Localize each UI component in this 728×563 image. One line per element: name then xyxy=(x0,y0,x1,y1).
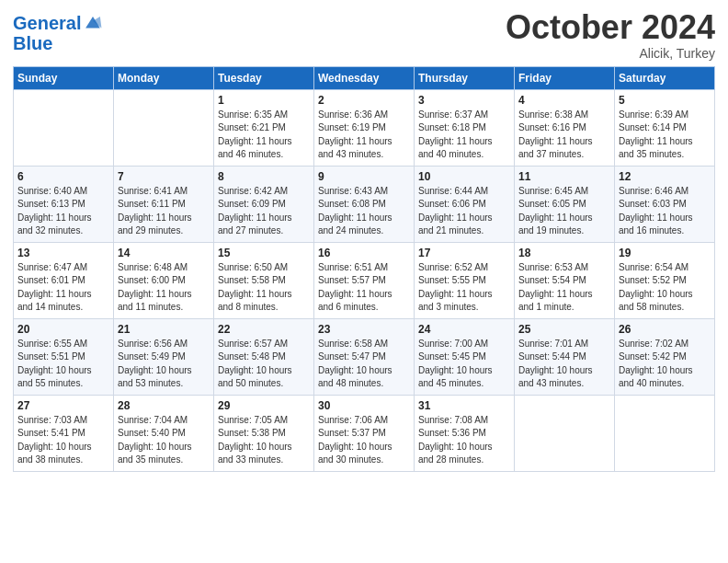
day-info: Sunrise: 6:53 AMSunset: 5:54 PMDaylight:… xyxy=(518,262,593,313)
calendar-cell: 14Sunrise: 6:48 AMSunset: 6:00 PMDayligh… xyxy=(114,242,214,318)
day-info: Sunrise: 6:58 AMSunset: 5:47 PMDaylight:… xyxy=(318,339,392,389)
day-info: Sunrise: 6:36 AMSunset: 6:19 PMDaylight:… xyxy=(318,109,392,160)
calendar-cell xyxy=(515,395,615,471)
day-number: 15 xyxy=(218,247,310,259)
day-number: 27 xyxy=(17,399,109,412)
col-thursday: Thursday xyxy=(415,66,515,89)
calendar-cell: 9Sunrise: 6:43 AMSunset: 6:08 PMDaylight… xyxy=(314,166,415,242)
calendar-cell: 30Sunrise: 7:06 AMSunset: 5:37 PMDayligh… xyxy=(314,395,415,471)
logo-icon xyxy=(83,15,103,31)
calendar-cell: 13Sunrise: 6:47 AMSunset: 6:01 PMDayligh… xyxy=(14,242,114,318)
day-number: 5 xyxy=(619,94,711,107)
day-info: Sunrise: 6:45 AMSunset: 6:05 PMDaylight:… xyxy=(518,186,593,236)
calendar-cell: 19Sunrise: 6:54 AMSunset: 5:52 PMDayligh… xyxy=(615,242,715,318)
day-info: Sunrise: 6:39 AMSunset: 6:14 PMDaylight:… xyxy=(619,109,693,160)
day-info: Sunrise: 7:00 AMSunset: 5:45 PMDaylight:… xyxy=(418,339,493,389)
day-number: 20 xyxy=(17,323,109,336)
calendar-cell: 11Sunrise: 6:45 AMSunset: 6:05 PMDayligh… xyxy=(515,166,615,242)
day-info: Sunrise: 6:35 AMSunset: 6:21 PMDaylight:… xyxy=(218,109,292,160)
calendar-cell: 2Sunrise: 6:36 AMSunset: 6:19 PMDaylight… xyxy=(314,89,415,166)
calendar-cell: 29Sunrise: 7:05 AMSunset: 5:38 PMDayligh… xyxy=(214,395,314,471)
day-number: 19 xyxy=(619,247,711,259)
day-info: Sunrise: 7:06 AMSunset: 5:37 PMDaylight:… xyxy=(318,415,392,465)
logo-blue: Blue xyxy=(13,33,103,53)
col-wednesday: Wednesday xyxy=(314,66,415,89)
calendar-cell: 31Sunrise: 7:08 AMSunset: 5:36 PMDayligh… xyxy=(415,395,515,471)
header: General Blue October 2024 Alicik, Turkey xyxy=(13,9,715,61)
calendar-cell: 23Sunrise: 6:58 AMSunset: 5:47 PMDayligh… xyxy=(314,318,415,395)
day-number: 31 xyxy=(418,399,510,412)
calendar-week-3: 13Sunrise: 6:47 AMSunset: 6:01 PMDayligh… xyxy=(14,242,715,318)
day-info: Sunrise: 6:46 AMSunset: 6:03 PMDaylight:… xyxy=(619,186,693,236)
calendar-cell xyxy=(14,89,114,166)
day-info: Sunrise: 6:54 AMSunset: 5:52 PMDaylight:… xyxy=(619,262,693,313)
calendar-cell: 7Sunrise: 6:41 AMSunset: 6:11 PMDaylight… xyxy=(114,166,214,242)
day-number: 30 xyxy=(318,399,410,412)
calendar-week-2: 6Sunrise: 6:40 AMSunset: 6:13 PMDaylight… xyxy=(14,166,715,242)
day-info: Sunrise: 7:08 AMSunset: 5:36 PMDaylight:… xyxy=(418,415,493,465)
day-info: Sunrise: 6:42 AMSunset: 6:09 PMDaylight:… xyxy=(218,186,292,236)
calendar-cell: 5Sunrise: 6:39 AMSunset: 6:14 PMDaylight… xyxy=(615,89,715,166)
calendar-cell: 28Sunrise: 7:04 AMSunset: 5:40 PMDayligh… xyxy=(114,395,214,471)
calendar-cell: 4Sunrise: 6:38 AMSunset: 6:16 PMDaylight… xyxy=(515,89,615,166)
calendar-cell: 20Sunrise: 6:55 AMSunset: 5:51 PMDayligh… xyxy=(14,318,114,395)
calendar-week-5: 27Sunrise: 7:03 AMSunset: 5:41 PMDayligh… xyxy=(14,395,715,471)
col-friday: Friday xyxy=(515,66,615,89)
day-number: 26 xyxy=(619,323,711,336)
calendar-cell: 25Sunrise: 7:01 AMSunset: 5:44 PMDayligh… xyxy=(515,318,615,395)
day-info: Sunrise: 6:37 AMSunset: 6:18 PMDaylight:… xyxy=(418,109,493,160)
day-info: Sunrise: 7:03 AMSunset: 5:41 PMDaylight:… xyxy=(17,415,92,465)
calendar-cell: 26Sunrise: 7:02 AMSunset: 5:42 PMDayligh… xyxy=(615,318,715,395)
day-number: 2 xyxy=(318,94,410,107)
day-number: 21 xyxy=(118,323,210,336)
calendar-week-4: 20Sunrise: 6:55 AMSunset: 5:51 PMDayligh… xyxy=(14,318,715,395)
logo-text: General xyxy=(13,13,81,33)
day-number: 18 xyxy=(518,247,610,259)
col-monday: Monday xyxy=(114,66,214,89)
day-info: Sunrise: 6:50 AMSunset: 5:58 PMDaylight:… xyxy=(218,262,292,313)
day-info: Sunrise: 7:01 AMSunset: 5:44 PMDaylight:… xyxy=(518,339,593,389)
day-number: 1 xyxy=(218,94,310,107)
day-number: 4 xyxy=(518,94,610,107)
calendar-cell: 21Sunrise: 6:56 AMSunset: 5:49 PMDayligh… xyxy=(114,318,214,395)
day-number: 16 xyxy=(318,247,410,259)
day-info: Sunrise: 7:02 AMSunset: 5:42 PMDaylight:… xyxy=(619,339,693,389)
calendar-cell: 27Sunrise: 7:03 AMSunset: 5:41 PMDayligh… xyxy=(14,395,114,471)
calendar-cell: 10Sunrise: 6:44 AMSunset: 6:06 PMDayligh… xyxy=(415,166,515,242)
day-info: Sunrise: 6:44 AMSunset: 6:06 PMDaylight:… xyxy=(418,186,493,236)
day-number: 17 xyxy=(418,247,510,259)
calendar-cell: 12Sunrise: 6:46 AMSunset: 6:03 PMDayligh… xyxy=(615,166,715,242)
title-block: October 2024 Alicik, Turkey xyxy=(506,9,715,61)
day-info: Sunrise: 6:40 AMSunset: 6:13 PMDaylight:… xyxy=(17,186,92,236)
calendar-table: Sunday Monday Tuesday Wednesday Thursday… xyxy=(13,66,715,472)
col-saturday: Saturday xyxy=(615,66,715,89)
day-number: 10 xyxy=(418,170,510,183)
day-number: 14 xyxy=(118,247,210,259)
calendar-cell: 17Sunrise: 6:52 AMSunset: 5:55 PMDayligh… xyxy=(415,242,515,318)
day-number: 24 xyxy=(418,323,510,336)
day-info: Sunrise: 6:47 AMSunset: 6:01 PMDaylight:… xyxy=(17,262,92,313)
calendar-cell: 6Sunrise: 6:40 AMSunset: 6:13 PMDaylight… xyxy=(14,166,114,242)
calendar-page: General Blue October 2024 Alicik, Turkey… xyxy=(0,0,728,563)
calendar-cell: 18Sunrise: 6:53 AMSunset: 5:54 PMDayligh… xyxy=(515,242,615,318)
day-info: Sunrise: 6:48 AMSunset: 6:00 PMDaylight:… xyxy=(118,262,192,313)
day-number: 6 xyxy=(17,170,109,183)
calendar-week-1: 1Sunrise: 6:35 AMSunset: 6:21 PMDaylight… xyxy=(14,89,715,166)
calendar-cell xyxy=(114,89,214,166)
calendar-cell: 1Sunrise: 6:35 AMSunset: 6:21 PMDaylight… xyxy=(214,89,314,166)
calendar-cell: 8Sunrise: 6:42 AMSunset: 6:09 PMDaylight… xyxy=(214,166,314,242)
day-info: Sunrise: 6:38 AMSunset: 6:16 PMDaylight:… xyxy=(518,109,593,160)
col-tuesday: Tuesday xyxy=(214,66,314,89)
logo: General Blue xyxy=(13,13,103,53)
day-info: Sunrise: 6:43 AMSunset: 6:08 PMDaylight:… xyxy=(318,186,392,236)
calendar-cell: 22Sunrise: 6:57 AMSunset: 5:48 PMDayligh… xyxy=(214,318,314,395)
day-number: 28 xyxy=(118,399,210,412)
day-number: 9 xyxy=(318,170,410,183)
col-sunday: Sunday xyxy=(14,66,114,89)
day-info: Sunrise: 7:05 AMSunset: 5:38 PMDaylight:… xyxy=(218,415,292,465)
day-number: 22 xyxy=(218,323,310,336)
day-number: 12 xyxy=(619,170,711,183)
month-title: October 2024 xyxy=(506,9,715,46)
calendar-cell: 15Sunrise: 6:50 AMSunset: 5:58 PMDayligh… xyxy=(214,242,314,318)
day-number: 23 xyxy=(318,323,410,336)
